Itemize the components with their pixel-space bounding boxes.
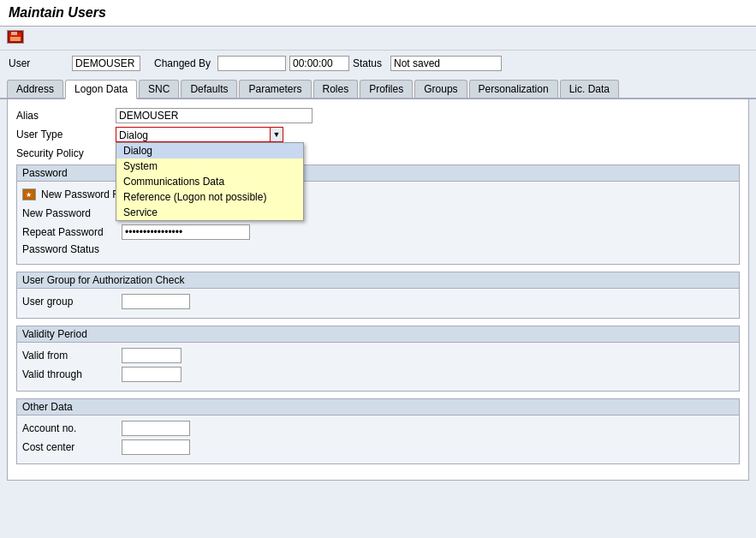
user-group-row: User group xyxy=(22,294,734,309)
tab-logon-data[interactable]: Logon Data xyxy=(65,80,137,99)
status-input xyxy=(390,56,502,71)
alias-label: Alias xyxy=(16,110,110,122)
svg-rect-1 xyxy=(11,32,17,35)
valid-through-row: Valid through xyxy=(22,367,734,382)
validity-section: Validity Period Valid from Valid through xyxy=(16,326,740,392)
header-fields: User Changed By Status xyxy=(0,51,756,76)
password-status-row: Password Status xyxy=(22,243,734,255)
tab-personalization[interactable]: Personalization xyxy=(469,80,558,98)
main-content: Alias User Type Dialog ▼ Dialog System C… xyxy=(7,99,749,481)
dropdown-item-communications[interactable]: Communications Data xyxy=(116,174,303,189)
user-field-row: User xyxy=(9,56,140,71)
other-data-header: Other Data xyxy=(17,399,739,415)
alias-row: Alias xyxy=(16,108,740,123)
time-input[interactable] xyxy=(289,56,349,71)
other-data-section: Other Data Account no. Cost center xyxy=(16,398,740,464)
validity-body: Valid from Valid through xyxy=(17,343,739,391)
security-policy-label: Security Policy xyxy=(16,147,110,159)
changed-by-input[interactable] xyxy=(217,56,286,71)
status-label: Status xyxy=(353,57,387,69)
cost-center-input[interactable] xyxy=(122,439,190,455)
dropdown-item-reference[interactable]: Reference (Logon not possible) xyxy=(116,189,303,205)
user-input[interactable] xyxy=(72,56,140,71)
user-group-body: User group xyxy=(17,289,739,318)
user-type-wrapper: Dialog ▼ Dialog System Communications Da… xyxy=(116,127,283,142)
user-type-label: User Type xyxy=(16,129,110,140)
tabs-bar: Address Logon Data SNC Defaults Paramete… xyxy=(0,76,756,99)
repeat-password-label: Repeat Password xyxy=(22,226,116,238)
pwd-rule-icon: ★ xyxy=(22,188,36,200)
cost-center-row: Cost center xyxy=(22,439,734,455)
toolbar xyxy=(0,27,756,51)
page-title: Maintain Users xyxy=(9,5,747,21)
new-password-label: New Password xyxy=(22,207,116,219)
user-label: User xyxy=(9,57,68,69)
account-no-input[interactable] xyxy=(122,421,190,436)
alias-input[interactable] xyxy=(116,108,313,123)
changed-by-field-row: Changed By Status xyxy=(154,56,502,71)
cost-center-label: Cost center xyxy=(22,441,116,453)
svg-rect-2 xyxy=(10,37,21,41)
dropdown-item-service[interactable]: Service xyxy=(116,205,303,220)
account-no-row: Account no. xyxy=(22,421,734,436)
tab-address[interactable]: Address xyxy=(7,80,63,98)
validity-header: Validity Period xyxy=(17,326,739,343)
valid-through-input[interactable] xyxy=(122,367,182,382)
save-icon[interactable] xyxy=(7,30,24,44)
tab-parameters[interactable]: Parameters xyxy=(239,80,311,98)
dropdown-item-dialog[interactable]: Dialog xyxy=(116,143,303,158)
tab-defaults[interactable]: Defaults xyxy=(181,80,237,98)
svg-text:★: ★ xyxy=(26,191,32,199)
account-no-label: Account no. xyxy=(22,422,116,434)
user-type-dropdown-arrow[interactable]: ▼ xyxy=(270,127,283,142)
title-bar: Maintain Users xyxy=(0,0,756,27)
user-group-header: User Group for Authorization Check xyxy=(17,272,739,289)
valid-from-row: Valid from xyxy=(22,348,734,363)
tab-snc[interactable]: SNC xyxy=(139,80,179,98)
tab-profiles[interactable]: Profiles xyxy=(360,80,413,98)
user-type-row: User Type Dialog ▼ Dialog System Communi… xyxy=(16,127,740,142)
user-type-display[interactable]: Dialog xyxy=(116,127,270,142)
valid-through-label: Valid through xyxy=(22,368,116,380)
user-group-section: User Group for Authorization Check User … xyxy=(16,272,740,319)
repeat-password-input[interactable] xyxy=(122,224,250,240)
password-status-label: Password Status xyxy=(22,243,116,255)
tab-groups[interactable]: Groups xyxy=(414,80,467,98)
valid-from-input[interactable] xyxy=(122,348,182,363)
valid-from-label: Valid from xyxy=(22,350,116,362)
user-group-label: User group xyxy=(22,296,116,308)
tab-roles[interactable]: Roles xyxy=(313,80,359,98)
user-group-input[interactable] xyxy=(122,294,190,309)
repeat-password-row: Repeat Password xyxy=(22,224,734,240)
changed-by-label: Changed By xyxy=(154,57,214,69)
user-type-dropdown-menu: Dialog System Communications Data Refere… xyxy=(116,142,304,221)
dropdown-item-system[interactable]: System xyxy=(116,158,303,174)
tab-lic-data[interactable]: Lic. Data xyxy=(560,80,619,98)
other-data-body: Account no. Cost center xyxy=(17,415,739,463)
